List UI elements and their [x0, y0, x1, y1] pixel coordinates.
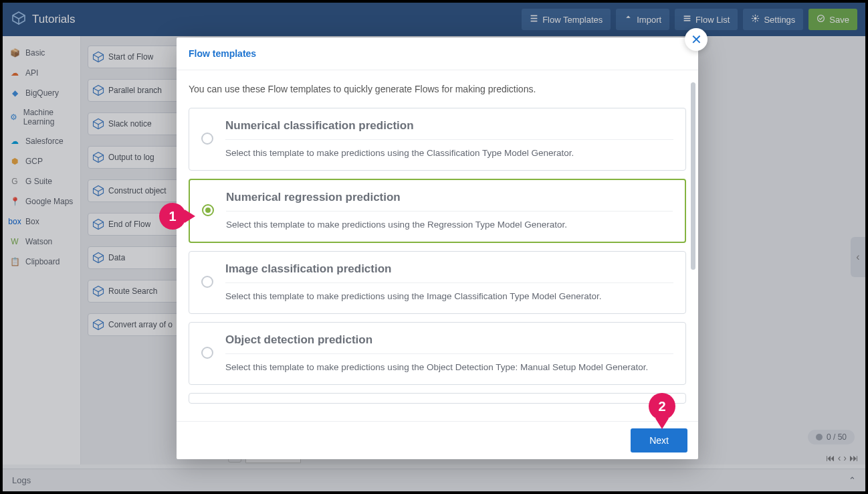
template-card-2[interactable]: Image classification predictionSelect th… — [189, 251, 686, 314]
template-card-peek[interactable] — [189, 393, 686, 404]
close-button[interactable]: ✕ — [685, 28, 708, 51]
template-card-3[interactable]: Object detection predictionSelect this t… — [189, 322, 686, 385]
next-button[interactable]: Next — [631, 428, 687, 452]
template-desc: Select this template to make predictions… — [226, 220, 673, 230]
flow-templates-modal: ✕ Flow templates You can use these Flow … — [177, 37, 698, 459]
template-title: Object detection prediction — [225, 333, 673, 354]
annotation-2: 2 — [649, 393, 675, 420]
template-card-1[interactable]: Numerical regression predictionSelect th… — [189, 179, 686, 243]
modal-intro: You can use these Flow templates to quic… — [189, 84, 686, 94]
template-desc: Select this template to make predictions… — [225, 291, 673, 301]
close-icon: ✕ — [691, 31, 702, 48]
template-desc: Select this template to make predictions… — [225, 362, 673, 372]
template-desc: Select this template to make predictions… — [225, 148, 673, 158]
template-card-0[interactable]: Numerical classification predictionSelec… — [189, 108, 686, 171]
modal-scrollbar[interactable] — [691, 82, 695, 326]
template-radio[interactable] — [201, 133, 213, 145]
template-title: Image classification prediction — [225, 262, 673, 283]
template-radio[interactable] — [201, 276, 213, 288]
template-title: Numerical regression prediction — [226, 191, 673, 212]
template-title: Numerical classification prediction — [225, 119, 673, 140]
template-radio[interactable] — [201, 347, 213, 359]
annotation-1: 1 — [159, 203, 186, 230]
template-radio[interactable] — [201, 403, 213, 404]
template-radio[interactable] — [202, 204, 214, 216]
modal-title: Flow templates — [189, 48, 686, 59]
